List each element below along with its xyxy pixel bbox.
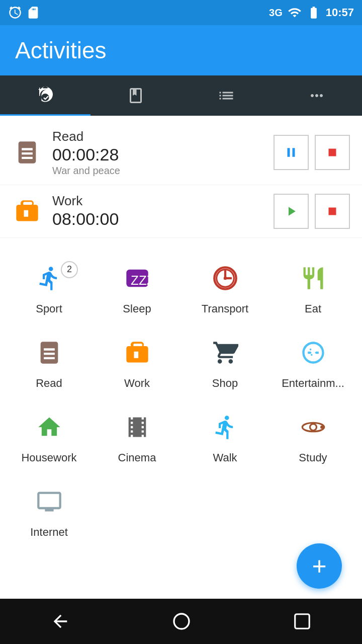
back-button[interactable] bbox=[50, 611, 70, 631]
activity-read[interactable]: Read bbox=[5, 328, 93, 402]
housework-icon bbox=[36, 414, 62, 446]
transport-icon bbox=[212, 265, 238, 297]
activities-grid: 2 Sport ZZZ Sleep bbox=[5, 253, 357, 551]
shop-label: Shop bbox=[212, 377, 238, 390]
svg-point-6 bbox=[223, 276, 227, 280]
read-timer-subtitle: War and peace bbox=[52, 165, 274, 177]
read-timer-name: Read bbox=[52, 129, 274, 144]
work-timer-time: 08:00:00 bbox=[52, 209, 274, 229]
app-bar: Activities bbox=[0, 25, 362, 75]
read-stop-button[interactable] bbox=[315, 135, 350, 170]
alarm-icon bbox=[8, 6, 22, 20]
housework-label: Housework bbox=[21, 451, 76, 464]
internet-label: Internet bbox=[30, 526, 68, 539]
activity-sleep[interactable]: ZZZ Sleep bbox=[93, 253, 181, 328]
walk-icon bbox=[212, 414, 238, 446]
entertainment-icon bbox=[300, 340, 326, 372]
svg-point-10 bbox=[174, 614, 189, 629]
work-label: Work bbox=[124, 377, 150, 390]
sport-icon bbox=[36, 265, 62, 297]
home-button[interactable] bbox=[171, 611, 192, 631]
activities-section: 2 Sport ZZZ Sleep bbox=[0, 243, 362, 561]
cinema-icon bbox=[124, 414, 150, 446]
tab-book[interactable] bbox=[90, 75, 181, 116]
sd-card-icon bbox=[26, 6, 40, 20]
shop-icon bbox=[212, 340, 238, 372]
read-label: Read bbox=[36, 377, 62, 390]
status-left bbox=[8, 6, 40, 20]
more-icon bbox=[308, 87, 326, 105]
transport-label: Transport bbox=[202, 302, 248, 315]
timers-section: Read 00:00:28 War and peace bbox=[0, 116, 362, 243]
work-timer-icon bbox=[12, 196, 42, 226]
tab-timer[interactable] bbox=[0, 75, 90, 116]
status-bar: 3G 10:57 bbox=[0, 0, 362, 25]
work-timer-info: Work 08:00:00 bbox=[52, 193, 274, 229]
recent-button[interactable] bbox=[293, 612, 312, 631]
activity-shop[interactable]: Shop bbox=[181, 328, 269, 402]
timer-icon bbox=[36, 86, 54, 104]
tab-bar bbox=[0, 75, 362, 116]
sleep-icon: ZZZ bbox=[124, 265, 150, 297]
tab-list[interactable] bbox=[181, 75, 272, 116]
add-icon: + bbox=[312, 551, 326, 581]
tab-more[interactable] bbox=[272, 75, 362, 116]
svg-point-7 bbox=[310, 424, 316, 430]
svg-point-9 bbox=[320, 425, 324, 429]
activity-transport[interactable]: Transport bbox=[181, 253, 269, 328]
book-icon bbox=[127, 87, 145, 105]
eat-icon bbox=[300, 265, 326, 297]
battery-icon bbox=[307, 6, 321, 20]
app-title: Activities bbox=[15, 37, 106, 64]
work-timer-controls bbox=[274, 194, 350, 229]
sport-badge: 2 bbox=[61, 261, 78, 278]
svg-rect-11 bbox=[295, 614, 309, 629]
read-pause-button[interactable] bbox=[274, 135, 309, 170]
network-label: 3G bbox=[269, 7, 283, 19]
list-icon bbox=[217, 87, 235, 105]
work-stop-button[interactable] bbox=[315, 194, 350, 229]
read-timer-row: Read 00:00:28 War and peace bbox=[0, 121, 362, 185]
signal-icon bbox=[288, 6, 302, 20]
read-timer-controls bbox=[274, 135, 350, 170]
activity-entertainment[interactable]: Entertainm... bbox=[269, 328, 357, 402]
read-timer-info: Read 00:00:28 War and peace bbox=[52, 129, 274, 177]
walk-label: Walk bbox=[213, 451, 237, 464]
status-right: 3G 10:57 bbox=[269, 6, 354, 20]
study-icon bbox=[300, 414, 326, 446]
activity-cinema[interactable]: Cinema bbox=[93, 402, 181, 476]
activity-walk[interactable]: Walk bbox=[181, 402, 269, 476]
sleep-label: Sleep bbox=[123, 302, 151, 315]
add-activity-button[interactable]: + bbox=[297, 543, 342, 589]
work-icon bbox=[124, 340, 150, 372]
cinema-label: Cinema bbox=[118, 451, 156, 464]
internet-icon bbox=[36, 489, 62, 521]
activity-eat[interactable]: Eat bbox=[269, 253, 357, 328]
activity-study[interactable]: Study bbox=[269, 402, 357, 476]
activity-work[interactable]: Work bbox=[93, 328, 181, 402]
activity-sport[interactable]: 2 Sport bbox=[5, 253, 93, 328]
bottom-nav bbox=[0, 599, 362, 644]
read-icon bbox=[36, 340, 62, 372]
entertainment-label: Entertainm... bbox=[282, 377, 344, 390]
work-timer-row: Work 08:00:00 bbox=[0, 185, 362, 238]
activity-internet[interactable]: Internet bbox=[5, 476, 93, 551]
study-label: Study bbox=[299, 451, 327, 464]
eat-label: Eat bbox=[305, 302, 321, 315]
work-timer-name: Work bbox=[52, 193, 274, 209]
read-timer-icon bbox=[12, 137, 42, 168]
read-timer-time: 00:00:28 bbox=[52, 144, 274, 165]
svg-text:ZZZ: ZZZ bbox=[131, 273, 150, 288]
sport-label: Sport bbox=[36, 302, 62, 315]
activity-housework[interactable]: Housework bbox=[5, 402, 93, 476]
work-play-button[interactable] bbox=[274, 194, 309, 229]
time-display: 10:57 bbox=[326, 6, 354, 19]
